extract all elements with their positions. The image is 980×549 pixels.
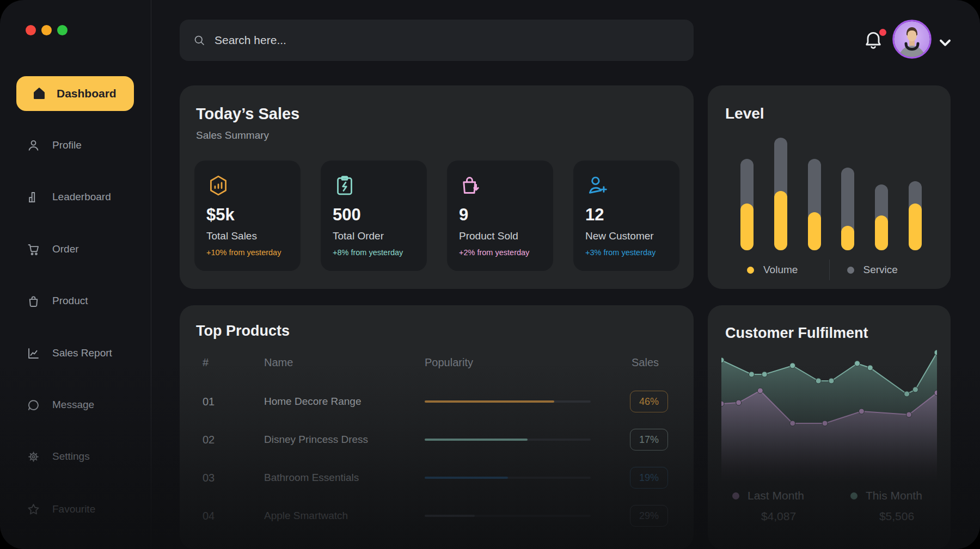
table-row[interactable]: 04Apple Smartwatch29% <box>180 497 694 535</box>
popularity-fill <box>425 439 528 441</box>
data-point <box>790 421 795 426</box>
legend-label: Volume <box>763 264 798 276</box>
volume-bar-segment <box>875 215 888 250</box>
sales-badge: 46% <box>630 391 668 412</box>
stat-delta: +8% from yesterday <box>333 248 415 257</box>
account-menu-button[interactable] <box>936 34 954 49</box>
stat-label: Total Order <box>333 230 415 242</box>
product-number: 02 <box>203 434 215 446</box>
sidebar-item-favourite[interactable]: Favourite <box>26 501 95 518</box>
legend-label: This Month <box>866 489 922 502</box>
chevron-down-icon <box>936 34 954 51</box>
popularity-track <box>425 439 591 441</box>
column-popularity: Popularity <box>425 356 473 369</box>
sales-badge: 29% <box>630 505 668 527</box>
bag-icon <box>26 294 41 309</box>
popularity-fill <box>425 477 508 479</box>
data-point <box>736 400 742 405</box>
column-name: Name <box>264 356 293 369</box>
close-window-icon[interactable] <box>26 25 36 35</box>
sidebar-item-label: Favourite <box>52 503 95 515</box>
minimize-window-icon[interactable] <box>41 25 52 35</box>
stat-label: New Customer <box>585 230 667 242</box>
legend-this-month: This Month $5,506 <box>850 489 943 523</box>
top-products-card: Top Products # Name Popularity Sales 01H… <box>180 305 694 549</box>
sidebar-item-message[interactable]: Message <box>26 396 94 414</box>
level-title: Level <box>725 105 933 122</box>
sales-badge: 19% <box>630 467 668 489</box>
stat-delta: +2% from yesterday <box>459 248 541 257</box>
star-icon <box>26 502 41 517</box>
stat-card-product-sold[interactable]: 9 Product Sold +2% from yesterday <box>447 161 553 271</box>
stats-row: $5k Total Sales +10% from yesterday 500 … <box>194 161 679 271</box>
todays-sales-title: Today’s Sales <box>196 105 677 123</box>
product-name: Home Decore Range <box>264 396 361 408</box>
product-name: Apple Smartwatch <box>264 510 348 522</box>
volume-bar-segment <box>841 226 854 250</box>
stat-label: Product Sold <box>459 230 541 242</box>
last-month-value: $4,087 <box>732 510 825 523</box>
data-point <box>912 387 918 392</box>
search-input[interactable] <box>213 33 681 47</box>
legend-service: Service <box>830 264 929 276</box>
last-month-dot-icon <box>732 492 739 499</box>
stat-card-total-order[interactable]: 500 Total Order +8% from yesterday <box>321 161 427 271</box>
product-number: 01 <box>203 396 215 408</box>
data-point <box>790 363 795 368</box>
legend-label: Service <box>863 264 898 276</box>
legend-volume: Volume <box>730 264 829 276</box>
sidebar-item-sales-report[interactable]: Sales Report <box>26 344 112 362</box>
notifications-button[interactable] <box>862 28 887 53</box>
sidebar-item-product[interactable]: Product <box>26 292 88 310</box>
bar-chart-icon <box>26 190 41 205</box>
home-icon <box>32 87 46 101</box>
sidebar-item-label: Dashboard <box>57 87 117 100</box>
cart-icon <box>26 242 41 257</box>
data-point <box>822 421 828 426</box>
sidebar-item-profile[interactable]: Profile <box>26 137 82 154</box>
sidebar-item-leaderboard[interactable]: Leaderboard <box>26 188 111 206</box>
service-dot-icon <box>847 267 854 274</box>
sidebar-item-dashboard[interactable]: Dashboard <box>16 76 134 111</box>
popularity-track <box>425 400 591 403</box>
stat-card-new-customer[interactable]: 12 New Customer +3% from yesterday <box>573 161 679 271</box>
product-number: 04 <box>203 510 215 522</box>
legend-last-month: Last Month $4,087 <box>732 489 825 523</box>
sidebar-item-label: Product <box>52 295 88 307</box>
sidebar-item-settings[interactable]: Settings <box>26 448 90 465</box>
clipboard-bolt-icon <box>333 174 357 198</box>
chat-icon <box>26 398 41 412</box>
search-bar <box>180 20 694 61</box>
data-point <box>934 350 937 355</box>
app-window: Dashboard Profile Leaderboard Order Prod… <box>0 0 980 549</box>
stat-card-total-sales[interactable]: $5k Total Sales +10% from yesterday <box>194 161 301 271</box>
window-controls <box>26 25 68 35</box>
table-row[interactable]: 01Home Decore Range46% <box>180 383 694 421</box>
stat-value: $5k <box>206 205 289 225</box>
level-bar-chart <box>740 138 922 250</box>
hexagon-chart-icon <box>206 174 230 198</box>
popularity-fill <box>425 400 554 403</box>
todays-sales-card: Today’s Sales Sales Summary $5k Total Sa… <box>180 85 694 289</box>
stat-value: 9 <box>459 205 541 225</box>
avatar[interactable] <box>892 20 932 59</box>
data-point <box>855 361 860 366</box>
table-row[interactable]: 03Bathroom Essentials19% <box>180 459 694 497</box>
data-point <box>867 365 873 371</box>
volume-bar-segment <box>774 191 787 250</box>
table-row[interactable]: 02Disney Princess Dress17% <box>180 421 694 459</box>
this-month-dot-icon <box>850 492 857 499</box>
sidebar-item-label: Sales Report <box>52 347 112 359</box>
zoom-window-icon[interactable] <box>57 25 68 35</box>
data-point <box>904 391 910 397</box>
product-name: Bathroom Essentials <box>264 472 359 484</box>
stat-delta: +3% from yesterday <box>585 248 667 257</box>
user-icon <box>26 138 41 153</box>
data-point <box>816 378 821 384</box>
line-chart-icon <box>26 346 41 361</box>
notification-dot <box>879 29 886 36</box>
volume-bar-segment <box>808 212 821 250</box>
sidebar-item-order[interactable]: Order <box>26 240 79 258</box>
data-point <box>906 412 912 417</box>
gear-icon <box>26 449 41 464</box>
